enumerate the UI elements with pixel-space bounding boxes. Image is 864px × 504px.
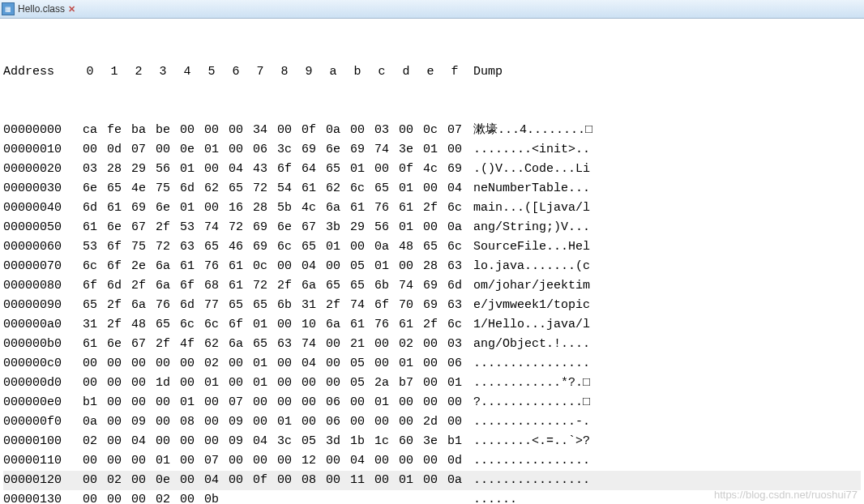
byte[interactable]: 00 (321, 257, 345, 276)
byte[interactable]: 0c (418, 121, 443, 140)
byte[interactable]: 6f (272, 160, 297, 179)
byte[interactable]: 74 (345, 296, 370, 315)
byte[interactable]: 00 (345, 121, 370, 140)
byte[interactable]: 00 (102, 374, 126, 393)
byte[interactable]: 31 (297, 296, 321, 315)
byte[interactable]: 76 (370, 315, 394, 335)
byte[interactable]: 03 (443, 335, 467, 354)
byte[interactable]: 00 (297, 393, 321, 412)
byte[interactable]: 6a (151, 276, 175, 296)
byte[interactable]: 00 (102, 490, 126, 504)
byte[interactable]: 6d (175, 296, 199, 315)
byte[interactable]: 01 (248, 374, 272, 393)
byte[interactable]: 61 (224, 257, 248, 276)
byte[interactable]: 02 (199, 354, 224, 374)
byte[interactable]: 74 (297, 335, 321, 354)
byte[interactable]: 2f (418, 315, 443, 335)
byte[interactable]: 0a (370, 237, 394, 257)
byte[interactable]: 65 (297, 237, 321, 257)
close-icon[interactable]: ✕ (66, 4, 76, 14)
hex-row[interactable]: 000000e0b1000000010007000000060001000000… (3, 393, 861, 412)
byte[interactable]: 00 (394, 121, 418, 140)
byte[interactable]: 00 (78, 374, 102, 393)
byte[interactable]: 6f (175, 276, 199, 296)
byte[interactable]: 6e (102, 218, 126, 237)
byte[interactable]: 6f (102, 257, 126, 276)
byte[interactable]: 00 (443, 393, 467, 412)
byte[interactable]: 04 (297, 354, 321, 374)
byte[interactable]: 75 (151, 179, 175, 199)
byte[interactable]: 63 (175, 237, 199, 257)
hex-row[interactable]: 000000806f6d2f6a6f6861722f6a65656b74696d… (3, 276, 861, 296)
byte[interactable]: 00 (370, 354, 394, 374)
byte[interactable]: 69 (248, 237, 272, 257)
byte[interactable]: 05 (345, 257, 370, 276)
byte[interactable]: 6c (443, 237, 467, 257)
byte[interactable]: 00 (199, 199, 224, 218)
byte[interactable]: 53 (175, 218, 199, 237)
hex-row[interactable]: 00000060536f7572636546696c6501000a48656c… (3, 237, 861, 257)
byte[interactable]: 00 (175, 451, 199, 471)
byte[interactable]: 0e (175, 140, 199, 160)
hex-row[interactable]: 0000002003282956010004436f646501000f4c69… (3, 160, 861, 179)
byte[interactable]: 34 (248, 121, 272, 140)
byte[interactable]: 00 (126, 490, 151, 504)
byte[interactable]: 6f (370, 296, 394, 315)
byte[interactable]: b1 (78, 393, 102, 412)
byte[interactable]: 00 (78, 471, 102, 490)
byte[interactable]: 16 (224, 199, 248, 218)
byte[interactable]: 00 (175, 471, 199, 490)
byte[interactable]: 00 (224, 374, 248, 393)
byte[interactable]: 61 (345, 199, 370, 218)
byte[interactable]: 00 (272, 354, 297, 374)
byte[interactable]: 00 (78, 490, 102, 504)
byte[interactable]: 00 (418, 179, 443, 199)
hex-row[interactable]: 00000090652f6a766d7765656b312f746f706963… (3, 296, 861, 315)
byte[interactable]: 08 (297, 471, 321, 490)
byte[interactable]: 3d (321, 432, 345, 451)
byte[interactable]: 6e (321, 140, 345, 160)
byte[interactable]: 48 (394, 237, 418, 257)
byte[interactable]: ca (78, 121, 102, 140)
byte[interactable]: 00 (297, 374, 321, 393)
byte[interactable]: 00 (126, 393, 151, 412)
hex-row[interactable]: 000000f00a000900080009000100060000002d00… (3, 412, 861, 432)
byte[interactable]: 6e (102, 335, 126, 354)
hex-row[interactable]: 000000a0312f48656c6c6f0100106a6176612f6c… (3, 315, 861, 335)
byte[interactable]: 65 (370, 179, 394, 199)
byte[interactable]: ba (126, 121, 151, 140)
byte[interactable]: 2f (102, 315, 126, 335)
byte[interactable]: 61 (345, 315, 370, 335)
byte[interactable]: 69 (443, 160, 467, 179)
byte[interactable]: 09 (126, 412, 151, 432)
byte[interactable]: 28 (102, 160, 126, 179)
byte[interactable]: 65 (151, 315, 175, 335)
byte[interactable]: 00 (345, 237, 370, 257)
byte[interactable]: 00 (418, 335, 443, 354)
byte[interactable]: 00 (370, 451, 394, 471)
byte[interactable]: 65 (78, 296, 102, 315)
byte[interactable]: 61 (297, 179, 321, 199)
byte[interactable]: 00 (418, 354, 443, 374)
byte[interactable]: 00 (345, 393, 370, 412)
byte[interactable]: 00 (394, 257, 418, 276)
byte[interactable]: 31 (78, 315, 102, 335)
byte[interactable]: 61 (394, 199, 418, 218)
byte[interactable]: 3e (394, 140, 418, 160)
hex-row[interactable]: 000000406d61696e010016285b4c6a6176612f6c… (3, 199, 861, 218)
byte[interactable]: 00 (272, 374, 297, 393)
byte[interactable]: 65 (345, 276, 370, 296)
byte[interactable]: 01 (370, 257, 394, 276)
byte[interactable]: 65 (102, 179, 126, 199)
byte[interactable]: 67 (126, 218, 151, 237)
byte[interactable]: 0a (443, 218, 467, 237)
byte[interactable]: 54 (272, 179, 297, 199)
byte[interactable]: 6c (443, 315, 467, 335)
byte[interactable]: 6a (224, 335, 248, 354)
byte[interactable]: 00 (418, 218, 443, 237)
byte[interactable]: 00 (199, 412, 224, 432)
byte[interactable]: 76 (151, 296, 175, 315)
byte[interactable]: fe (102, 121, 126, 140)
byte[interactable]: 62 (199, 335, 224, 354)
byte[interactable]: 07 (443, 121, 467, 140)
